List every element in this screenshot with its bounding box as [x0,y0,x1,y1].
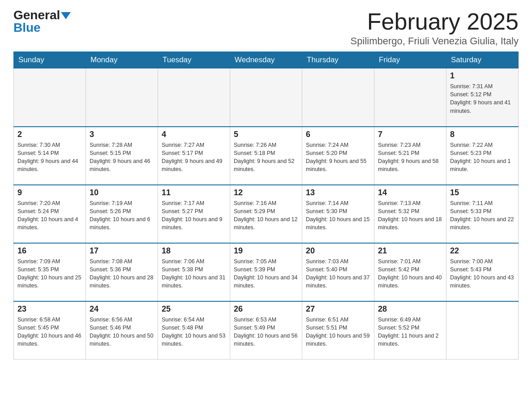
calendar-cell: 14Sunrise: 7:13 AMSunset: 5:32 PMDayligh… [374,185,446,243]
day-info: Sunrise: 6:51 AMSunset: 5:51 PMDaylight:… [306,316,370,348]
calendar-week-row-2: 2Sunrise: 7:30 AMSunset: 5:14 PMDaylight… [14,127,519,185]
day-number: 7 [378,130,442,139]
day-number: 16 [17,246,82,256]
calendar-header-sunday: Sunday [14,52,86,68]
day-number: 2 [17,130,82,139]
calendar-cell: 19Sunrise: 7:05 AMSunset: 5:39 PMDayligh… [230,243,302,301]
day-info: Sunrise: 7:14 AMSunset: 5:30 PMDaylight:… [306,199,370,232]
day-info: Sunrise: 6:49 AMSunset: 5:52 PMDaylight:… [378,316,442,348]
calendar-cell: 1Sunrise: 7:31 AMSunset: 5:12 PMDaylight… [446,68,519,127]
day-number: 17 [90,246,154,256]
day-number: 28 [378,304,442,314]
calendar-header-monday: Monday [86,52,158,68]
calendar-cell [302,68,374,127]
day-number: 26 [234,304,298,314]
calendar-cell: 20Sunrise: 7:03 AMSunset: 5:40 PMDayligh… [302,243,374,301]
day-number: 12 [234,188,298,197]
day-number: 10 [90,188,154,197]
calendar-cell [230,68,302,127]
calendar-cell: 16Sunrise: 7:09 AMSunset: 5:35 PMDayligh… [14,243,86,301]
calendar-header-friday: Friday [374,52,446,68]
day-number: 6 [306,130,370,139]
day-info: Sunrise: 7:20 AMSunset: 5:24 PMDaylight:… [17,199,82,232]
day-info: Sunrise: 7:06 AMSunset: 5:38 PMDaylight:… [162,257,226,290]
day-number: 24 [90,304,154,314]
calendar-header-wednesday: Wednesday [230,52,302,68]
day-info: Sunrise: 6:53 AMSunset: 5:49 PMDaylight:… [234,316,298,348]
calendar-cell: 13Sunrise: 7:14 AMSunset: 5:30 PMDayligh… [302,185,374,243]
day-number: 22 [450,246,515,256]
calendar-cell: 23Sunrise: 6:58 AMSunset: 5:45 PMDayligh… [14,301,86,360]
page-header: General Blue February 2025 Spilimbergo, … [13,9,519,47]
day-info: Sunrise: 7:19 AMSunset: 5:26 PMDaylight:… [90,199,154,232]
calendar-cell: 7Sunrise: 7:23 AMSunset: 5:21 PMDaylight… [374,127,446,185]
title-block: February 2025 Spilimbergo, Friuli Venezi… [351,9,519,47]
calendar-cell: 28Sunrise: 6:49 AMSunset: 5:52 PMDayligh… [374,301,446,360]
calendar-subtitle: Spilimbergo, Friuli Venezia Giulia, Ital… [351,35,519,47]
day-info: Sunrise: 7:05 AMSunset: 5:39 PMDaylight:… [234,257,298,290]
day-info: Sunrise: 7:31 AMSunset: 5:12 PMDaylight:… [450,82,515,115]
day-info: Sunrise: 7:09 AMSunset: 5:35 PMDaylight:… [17,257,82,290]
day-number: 11 [162,188,226,197]
calendar-cell [374,68,446,127]
day-number: 8 [450,130,515,139]
day-info: Sunrise: 7:27 AMSunset: 5:17 PMDaylight:… [162,141,226,174]
calendar-week-row-4: 16Sunrise: 7:09 AMSunset: 5:35 PMDayligh… [14,243,519,301]
day-info: Sunrise: 7:17 AMSunset: 5:27 PMDaylight:… [162,199,226,232]
day-number: 21 [378,246,442,256]
day-info: Sunrise: 7:23 AMSunset: 5:21 PMDaylight:… [378,141,442,174]
calendar-cell: 4Sunrise: 7:27 AMSunset: 5:17 PMDaylight… [158,127,230,185]
calendar-cell: 5Sunrise: 7:26 AMSunset: 5:18 PMDaylight… [230,127,302,185]
calendar-cell: 2Sunrise: 7:30 AMSunset: 5:14 PMDaylight… [14,127,86,185]
day-number: 25 [162,304,226,314]
day-info: Sunrise: 7:11 AMSunset: 5:33 PMDaylight:… [450,199,515,232]
calendar-cell: 3Sunrise: 7:28 AMSunset: 5:15 PMDaylight… [86,127,158,185]
calendar-header-row: SundayMondayTuesdayWednesdayThursdayFrid… [14,52,519,68]
day-number: 27 [306,304,370,314]
calendar-table: SundayMondayTuesdayWednesdayThursdayFrid… [13,51,519,360]
logo: General Blue [13,9,71,34]
day-info: Sunrise: 6:54 AMSunset: 5:48 PMDaylight:… [162,316,226,348]
day-info: Sunrise: 7:01 AMSunset: 5:42 PMDaylight:… [378,257,442,290]
day-info: Sunrise: 6:58 AMSunset: 5:45 PMDaylight:… [17,316,82,348]
calendar-header-thursday: Thursday [302,52,374,68]
logo-blue-text: Blue [13,21,41,34]
calendar-cell: 11Sunrise: 7:17 AMSunset: 5:27 PMDayligh… [158,185,230,243]
day-info: Sunrise: 7:00 AMSunset: 5:43 PMDaylight:… [450,257,515,290]
day-info: Sunrise: 7:30 AMSunset: 5:14 PMDaylight:… [17,141,82,174]
calendar-week-row-5: 23Sunrise: 6:58 AMSunset: 5:45 PMDayligh… [14,301,519,360]
calendar-cell: 27Sunrise: 6:51 AMSunset: 5:51 PMDayligh… [302,301,374,360]
day-number: 19 [234,246,298,256]
day-number: 1 [450,71,515,81]
calendar-week-row-1: 1Sunrise: 7:31 AMSunset: 5:12 PMDaylight… [14,68,519,127]
calendar-cell: 12Sunrise: 7:16 AMSunset: 5:29 PMDayligh… [230,185,302,243]
day-info: Sunrise: 7:22 AMSunset: 5:23 PMDaylight:… [450,141,515,174]
calendar-cell: 8Sunrise: 7:22 AMSunset: 5:23 PMDaylight… [446,127,519,185]
day-number: 13 [306,188,370,197]
day-number: 15 [450,188,515,197]
calendar-cell: 15Sunrise: 7:11 AMSunset: 5:33 PMDayligh… [446,185,519,243]
day-number: 23 [17,304,82,314]
day-info: Sunrise: 7:26 AMSunset: 5:18 PMDaylight:… [234,141,298,174]
calendar-cell: 10Sunrise: 7:19 AMSunset: 5:26 PMDayligh… [86,185,158,243]
calendar-cell: 17Sunrise: 7:08 AMSunset: 5:36 PMDayligh… [86,243,158,301]
day-number: 18 [162,246,226,256]
day-info: Sunrise: 7:13 AMSunset: 5:32 PMDaylight:… [378,199,442,232]
calendar-cell [86,68,158,127]
day-info: Sunrise: 6:56 AMSunset: 5:46 PMDaylight:… [90,316,154,348]
day-info: Sunrise: 7:28 AMSunset: 5:15 PMDaylight:… [90,141,154,174]
calendar-cell: 26Sunrise: 6:53 AMSunset: 5:49 PMDayligh… [230,301,302,360]
day-info: Sunrise: 7:16 AMSunset: 5:29 PMDaylight:… [234,199,298,232]
calendar-title: February 2025 [351,9,519,34]
calendar-header-tuesday: Tuesday [158,52,230,68]
calendar-cell: 24Sunrise: 6:56 AMSunset: 5:46 PMDayligh… [86,301,158,360]
calendar-cell [14,68,86,127]
calendar-cell [158,68,230,127]
calendar-cell [446,301,519,360]
calendar-cell: 18Sunrise: 7:06 AMSunset: 5:38 PMDayligh… [158,243,230,301]
day-info: Sunrise: 7:03 AMSunset: 5:40 PMDaylight:… [306,257,370,290]
day-info: Sunrise: 7:24 AMSunset: 5:20 PMDaylight:… [306,141,370,174]
calendar-cell: 6Sunrise: 7:24 AMSunset: 5:20 PMDaylight… [302,127,374,185]
calendar-cell: 21Sunrise: 7:01 AMSunset: 5:42 PMDayligh… [374,243,446,301]
calendar-header-saturday: Saturday [446,52,519,68]
